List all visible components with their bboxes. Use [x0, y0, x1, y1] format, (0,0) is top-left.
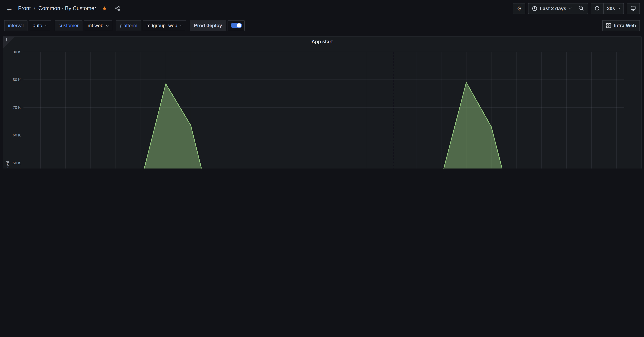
chevron-down-icon: [106, 23, 109, 27]
time-range-label: Last 2 days: [540, 6, 566, 11]
toggle-track: [231, 23, 242, 28]
gear-icon: ⚙: [517, 5, 522, 12]
apps-grid-icon: [606, 23, 612, 28]
grafana-dashboard: ← Front / Common - By Customer ★ ⚙: [0, 0, 644, 169]
svg-text:70 K: 70 K: [13, 105, 21, 110]
top-nav: ← Front / Common - By Customer ★ ⚙: [0, 0, 644, 17]
prod-deploy-toggle[interactable]: [228, 20, 245, 31]
svg-text:90 K: 90 K: [13, 50, 21, 54]
prod-deploy-label: Prod deploy: [190, 20, 226, 31]
monitor-icon: [630, 6, 636, 11]
refresh-interval-dropdown[interactable]: 30s: [603, 3, 624, 14]
variables-row: interval auto customer m6web platform m6…: [0, 17, 644, 34]
svg-text:50 K: 50 K: [13, 161, 21, 165]
share-icon[interactable]: [113, 4, 123, 13]
zoom-out-icon: [578, 6, 584, 11]
zoom-out-button[interactable]: [574, 3, 588, 14]
favorite-star-icon[interactable]: ★: [100, 4, 110, 13]
variable-platform-label: platform: [116, 20, 141, 31]
variable-prod-deploy: Prod deploy: [190, 20, 245, 31]
toggle-knob: [237, 23, 241, 28]
chevron-down-icon: [44, 23, 48, 27]
breadcrumb: Front / Common - By Customer: [18, 5, 96, 12]
dashboard-link-label: Infra Web: [614, 23, 636, 28]
variable-customer-dropdown[interactable]: m6web: [84, 20, 112, 31]
dashboard-settings-button[interactable]: ⚙: [513, 3, 526, 14]
variable-interval-label: interval: [4, 20, 28, 31]
timeseries-chart[interactable]: 010 K20 K30 K40 K50 K60 K70 K80 K90 K08/…: [3, 37, 642, 169]
breadcrumb-root[interactable]: Front: [18, 5, 30, 12]
refresh-icon: [594, 6, 600, 11]
chevron-down-icon: [180, 23, 183, 27]
breadcrumb-current[interactable]: Common - By Customer: [38, 5, 96, 12]
svg-text:80 K: 80 K: [13, 78, 21, 82]
chevron-down-icon: [617, 6, 620, 10]
tv-mode-button[interactable]: [626, 3, 640, 14]
svg-text:60 K: 60 K: [13, 133, 21, 137]
variable-interval: interval auto: [4, 20, 51, 31]
panel-app-start: i App start hit count / interval 010 K20…: [3, 36, 642, 169]
refresh-interval-label: 30s: [607, 6, 615, 11]
chevron-down-icon: [568, 6, 572, 10]
refresh-button[interactable]: [590, 3, 603, 14]
back-arrow-icon[interactable]: ←: [4, 3, 14, 14]
dashboard-link-infra-web[interactable]: Infra Web: [602, 20, 640, 31]
variable-customer: customer m6web: [55, 20, 112, 31]
variable-platform: platform m6group_web: [116, 20, 186, 31]
clock-icon: [532, 6, 537, 11]
time-range-picker[interactable]: Last 2 days: [528, 3, 575, 14]
variable-customer-label: customer: [55, 20, 82, 31]
variable-platform-dropdown[interactable]: m6group_web: [142, 20, 186, 31]
breadcrumb-separator: /: [34, 6, 35, 11]
variable-interval-dropdown[interactable]: auto: [29, 20, 51, 31]
